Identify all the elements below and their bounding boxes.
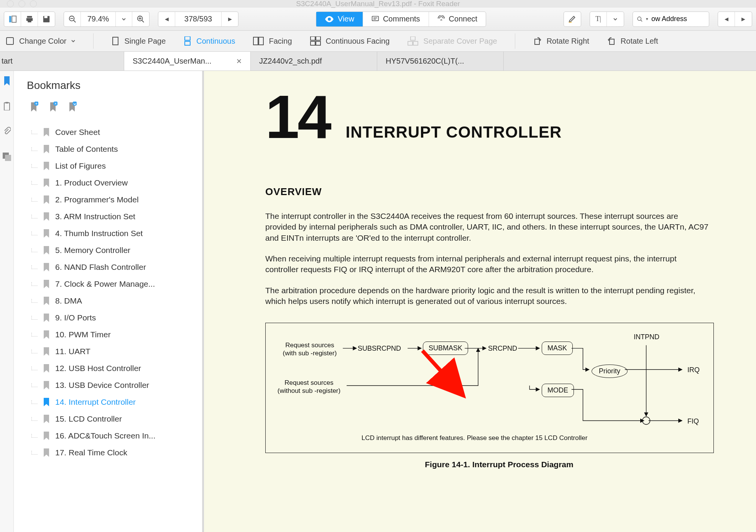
search-input[interactable] (651, 15, 705, 23)
bookmark-icon (43, 448, 50, 457)
facing-button[interactable]: Facing (253, 36, 292, 46)
bookmarks-panel-icon[interactable] (3, 76, 11, 87)
bookmark-item[interactable]: 15. LCD Controller (27, 410, 194, 427)
search-next-button[interactable]: ▶ (735, 12, 752, 26)
bookmark-item[interactable]: 7. Clock & Power Manage... (27, 276, 194, 292)
connect-label: Connect (449, 15, 478, 23)
next-page-button[interactable]: ▶ (221, 12, 238, 26)
single-page-icon (111, 36, 120, 46)
bookmark-item[interactable]: 16. ADC&Touch Screen In... (27, 427, 194, 444)
svg-rect-0 (9, 16, 11, 22)
bookmark-item[interactable]: List of Figures (27, 158, 194, 174)
bookmark-options-button[interactable] (68, 102, 77, 112)
single-page-label: Single Page (124, 37, 166, 46)
svg-rect-17 (7, 38, 13, 44)
rotate-left-label: Rotate Left (621, 37, 658, 46)
svg-line-16 (641, 20, 642, 21)
chapter-number: 14 (265, 86, 330, 148)
text-tool-button[interactable]: T| (590, 12, 607, 26)
bookmark-label: 10. PWM Timer (55, 330, 111, 339)
tab-hy57[interactable]: HY57V561620C(L)T(... (377, 52, 504, 71)
svg-rect-24 (316, 36, 320, 40)
bookmark-icon (43, 432, 50, 440)
svg-rect-23 (311, 36, 315, 40)
bookmark-item[interactable]: 9. I/O Ports (27, 309, 194, 326)
bookmarks-list[interactable]: Cover SheetTable of ContentsList of Figu… (27, 124, 194, 532)
svg-rect-31 (610, 39, 614, 44)
traffic-light[interactable] (30, 0, 37, 7)
bookmark-item[interactable]: Table of Contents (27, 141, 194, 158)
close-icon[interactable]: ✕ (236, 57, 242, 66)
overview-heading: OVERVIEW (265, 186, 733, 198)
save-button[interactable] (38, 12, 55, 26)
text-tool-dropdown[interactable] (607, 12, 624, 26)
change-color-button[interactable]: Change Color (5, 36, 76, 46)
bookmark-label: 12. USB Host Controller (55, 364, 141, 373)
bookmark-icon (43, 179, 50, 187)
bookmark-icon (43, 280, 50, 288)
bookmarks-panel: Bookmarks + × Cover SheetTable of Conten… (14, 71, 202, 532)
bookmark-item[interactable]: 14. Interrupt Controller (27, 394, 194, 410)
bookmark-icon (43, 162, 50, 170)
zoom-level-input[interactable] (81, 15, 115, 23)
bookmark-item[interactable]: 17. Real Time Clock (27, 444, 194, 461)
bookmark-label: Cover Sheet (55, 128, 100, 137)
tab-sch[interactable]: JZ2440v2_sch.pdf (251, 52, 377, 71)
bookmark-item[interactable]: 3. ARM Instruction Set (27, 208, 194, 225)
bookmark-label: 2. Programmer's Model (55, 195, 139, 204)
search-options-icon[interactable]: ▾ (646, 16, 648, 21)
bookmark-item[interactable]: 12. USB Host Controller (27, 360, 194, 377)
tab-usermanual[interactable]: S3C2440A_UserMan... ✕ (124, 52, 251, 71)
traffic-light[interactable] (7, 0, 14, 7)
single-page-button[interactable]: Single Page (111, 36, 166, 46)
traffic-light[interactable] (18, 0, 25, 7)
page-view[interactable]: 14 INTERRUPT CONTROLLER OVERVIEW The int… (202, 71, 756, 532)
continuous-button[interactable]: Continuous (183, 36, 235, 46)
color-icon (5, 36, 15, 46)
bookmark-item[interactable]: 4. Thumb Instruction Set (27, 225, 194, 242)
bookmark-item[interactable]: 6. NAND Flash Controller (27, 259, 194, 276)
bookmark-item[interactable]: 8. DMA (27, 292, 194, 309)
zoom-out-button[interactable] (64, 12, 81, 26)
continuous-facing-button[interactable]: Continuous Facing (310, 36, 390, 46)
rotate-right-button[interactable]: Rotate Right (533, 36, 589, 46)
view-tab-button[interactable]: View (316, 12, 363, 26)
bookmark-item[interactable]: 11. UART (27, 343, 194, 360)
tab-label: tart (2, 57, 13, 66)
search-prev-button[interactable]: ◀ (718, 12, 735, 26)
svg-rect-1 (12, 16, 16, 22)
svg-rect-33 (5, 102, 8, 103)
overview-para-2: When receiving multiple interrupt reques… (265, 253, 710, 275)
prev-page-button[interactable]: ◀ (158, 12, 175, 26)
highlight-tool-button[interactable] (564, 12, 581, 26)
diag-req-with: Request sources(with sub -register) (277, 342, 342, 357)
clipboard-panel-icon[interactable] (3, 102, 11, 112)
bookmark-label: 14. Interrupt Controller (55, 397, 136, 407)
svg-text:+: + (35, 102, 38, 106)
bookmark-item[interactable]: 13. USB Device Controller (27, 377, 194, 394)
bookmark-item[interactable]: 10. PWM Timer (27, 326, 194, 343)
search-bar[interactable]: ▾ (633, 11, 709, 27)
bookmark-item[interactable]: 2. Programmer's Model (27, 191, 194, 208)
continuous-label: Continuous (196, 37, 235, 46)
zoom-dropdown[interactable] (115, 12, 132, 26)
delete-bookmark-button[interactable]: × (49, 102, 58, 112)
bookmark-icon (43, 145, 50, 153)
bookmark-item[interactable]: 1. Product Overview (27, 174, 194, 191)
comments-tab-button[interactable]: Comments (363, 12, 429, 26)
sidebar-toggle-button[interactable] (4, 12, 21, 26)
bookmark-item[interactable]: 5. Memory Controller (27, 242, 194, 259)
bookmark-icon (43, 398, 50, 406)
bookmark-label: 8. DMA (55, 296, 82, 305)
add-bookmark-button[interactable]: + (30, 102, 38, 112)
page-number-input[interactable] (175, 15, 221, 23)
rotate-left-button[interactable]: Rotate Left (607, 36, 658, 46)
attachments-panel-icon[interactable] (3, 127, 11, 137)
layers-panel-icon[interactable] (3, 153, 11, 162)
bookmark-icon (43, 381, 50, 389)
connect-tab-button[interactable]: Connect (429, 12, 486, 26)
bookmark-item[interactable]: Cover Sheet (27, 124, 194, 141)
print-button[interactable] (21, 12, 38, 26)
zoom-in-button[interactable] (132, 12, 149, 26)
tab-start[interactable]: tart (0, 52, 124, 71)
